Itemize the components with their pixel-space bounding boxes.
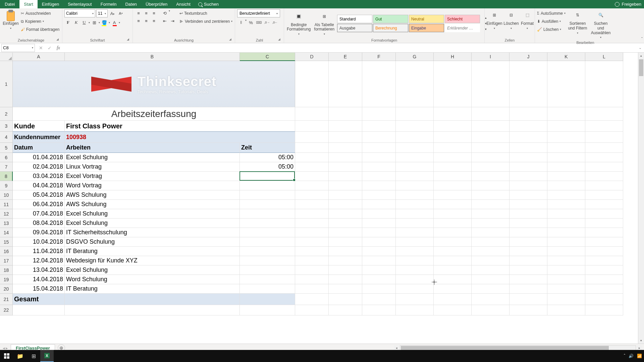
cell-G20[interactable]: [396, 284, 434, 294]
cell-K20[interactable]: [547, 284, 585, 294]
cell-arbeiten-7[interactable]: Linux Vortrag: [65, 162, 240, 172]
cell-L21[interactable]: [585, 294, 623, 305]
cell-zeit-12[interactable]: [240, 209, 295, 219]
cell-G2[interactable]: [396, 107, 434, 121]
cell-L3[interactable]: [585, 121, 623, 132]
tab-start[interactable]: Start: [19, 0, 37, 8]
cell-H16[interactable]: [434, 247, 472, 256]
cell-G11[interactable]: [396, 200, 434, 209]
cell-datum-9[interactable]: 04.04.2018: [13, 181, 65, 190]
cell-L19[interactable]: [585, 275, 623, 284]
cell-G4[interactable]: [396, 132, 434, 143]
cell-H6[interactable]: [434, 153, 472, 162]
italic-button[interactable]: K: [72, 19, 80, 26]
align-top-button[interactable]: ≡: [135, 9, 142, 17]
cell-I6[interactable]: [472, 153, 509, 162]
format-painter-button[interactable]: 🖌Format übertragen: [21, 25, 59, 33]
cell-J8[interactable]: [509, 172, 547, 181]
cell-F16[interactable]: [362, 247, 396, 256]
task-view-button[interactable]: ⊞: [27, 350, 40, 362]
cell-styles-gallery[interactable]: StandardGutNeutralSchlechtAusgabeBerechn…: [337, 15, 480, 32]
find-select-button[interactable]: 🔍Suchen und Auswählen▾: [590, 9, 612, 40]
kunde-label-cell[interactable]: Kunde: [13, 121, 65, 132]
cell-E9[interactable]: [329, 181, 362, 190]
cell-arbeiten-6[interactable]: Excel Schulung: [65, 153, 240, 162]
cell-zeit-6[interactable]: 05:00: [240, 153, 295, 162]
cell-D1[interactable]: [295, 61, 329, 107]
cell-E6[interactable]: [329, 153, 362, 162]
cell-L18[interactable]: [585, 265, 623, 275]
cell-J10[interactable]: [509, 190, 547, 200]
cell-D12[interactable]: [295, 209, 329, 219]
cell-K21[interactable]: [547, 294, 585, 305]
cell-J16[interactable]: [509, 247, 547, 256]
cell-I2[interactable]: [472, 107, 509, 121]
tray-volume-icon[interactable]: 🔊: [629, 354, 634, 358]
font-name-select[interactable]: Calibri▾: [64, 9, 95, 17]
cell-D11[interactable]: [295, 200, 329, 209]
cell-E2[interactable]: [329, 107, 362, 121]
cell-F1[interactable]: [362, 61, 396, 107]
cell-K18[interactable]: [547, 265, 585, 275]
cell-G1[interactable]: [396, 61, 434, 107]
cell-J17[interactable]: [509, 256, 547, 265]
cell-G3[interactable]: [396, 121, 434, 132]
decrease-indent-button[interactable]: ⇤: [161, 17, 168, 24]
cell-J22[interactable]: [509, 305, 547, 315]
cell-D21[interactable]: [295, 294, 329, 305]
cell-F9[interactable]: [362, 181, 396, 190]
cell-L7[interactable]: [585, 162, 623, 172]
cell-K19[interactable]: [547, 275, 585, 284]
cell-arbeiten-10[interactable]: AWS Schulung: [65, 190, 240, 200]
cell-E4[interactable]: [329, 132, 362, 143]
cell-J3[interactable]: [509, 121, 547, 132]
cell-H20[interactable]: [434, 284, 472, 294]
comma-button[interactable]: 000: [255, 19, 263, 26]
cell-K22[interactable]: [547, 305, 585, 315]
merge-center-button[interactable]: ⫸Verbinden und zentrieren▾: [179, 17, 232, 25]
cell-G22[interactable]: [396, 305, 434, 315]
cell-H19[interactable]: [434, 275, 472, 284]
cell-L20[interactable]: [585, 284, 623, 294]
cell-C22[interactable]: [240, 305, 295, 315]
cell-L15[interactable]: [585, 237, 623, 247]
cell-I19[interactable]: [472, 275, 509, 284]
row-header-4[interactable]: 4: [0, 132, 13, 143]
cell-zeit-10[interactable]: [240, 190, 295, 200]
cell-zeit-16[interactable]: [240, 247, 295, 256]
cell-L9[interactable]: [585, 181, 623, 190]
cell-zeit-18[interactable]: [240, 265, 295, 275]
cell-H21[interactable]: [434, 294, 472, 305]
cell-I4[interactable]: [472, 132, 509, 143]
cell-zeit-17[interactable]: [240, 256, 295, 265]
cell-F6[interactable]: [362, 153, 396, 162]
clipboard-launcher[interactable]: ◢: [55, 38, 59, 42]
cell-E17[interactable]: [329, 256, 362, 265]
cell-H17[interactable]: [434, 256, 472, 265]
gesamt-label-cell[interactable]: Gesamt: [13, 294, 65, 305]
cell-J12[interactable]: [509, 209, 547, 219]
row-header-1[interactable]: 1: [0, 61, 13, 107]
cell-K17[interactable]: [547, 256, 585, 265]
bold-button[interactable]: F: [64, 19, 72, 26]
cell-L1[interactable]: [585, 61, 623, 107]
col-header-I[interactable]: I: [472, 53, 509, 61]
cell-G17[interactable]: [396, 256, 434, 265]
cell-arbeiten-19[interactable]: Word Schulung: [65, 275, 240, 284]
cell-arbeiten-17[interactable]: Webdesign für Kunde XYZ: [65, 256, 240, 265]
cell-E10[interactable]: [329, 190, 362, 200]
cell-style-5[interactable]: Berechnung: [373, 24, 408, 32]
row-header-16[interactable]: 16: [0, 247, 13, 256]
cell-G15[interactable]: [396, 237, 434, 247]
cell-J6[interactable]: [509, 153, 547, 162]
cell-G14[interactable]: [396, 228, 434, 237]
cell-F14[interactable]: [362, 228, 396, 237]
cell-K10[interactable]: [547, 190, 585, 200]
cell-H13[interactable]: [434, 219, 472, 228]
cell-zeit-7[interactable]: 05:00: [240, 162, 295, 172]
format-as-table-button[interactable]: ⊞ Als Tabelle formatieren▾: [313, 11, 335, 37]
cell-I7[interactable]: [472, 162, 509, 172]
cell-I11[interactable]: [472, 200, 509, 209]
row-header-12[interactable]: 12: [0, 209, 13, 219]
tab-daten[interactable]: Daten: [121, 0, 141, 8]
